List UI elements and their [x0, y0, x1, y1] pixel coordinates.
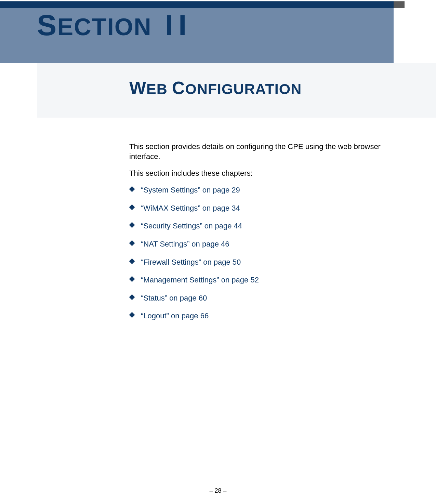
top-border-bar — [0, 1, 436, 8]
chapter-label: “System Settings” on page 29 — [141, 186, 240, 194]
chapter-label: “NAT Settings” on page 46 — [141, 240, 229, 248]
page-title-eb: EB — [146, 81, 172, 97]
chapter-link[interactable]: “Security Settings” on page 44 — [129, 221, 403, 231]
intro-paragraph: This section provides details on configu… — [129, 142, 403, 161]
diamond-icon — [129, 258, 135, 264]
chapter-label: “Security Settings” on page 44 — [141, 222, 242, 230]
chapter-link[interactable]: “Firewall Settings” on page 50 — [129, 257, 403, 267]
chapter-link[interactable]: “NAT Settings” on page 46 — [129, 239, 403, 249]
body-content: This section provides details on configu… — [129, 142, 403, 329]
page-title-onfig: ONFIGURATION — [185, 81, 302, 97]
chapter-list: “System Settings” on page 29 “WiMAX Sett… — [129, 185, 403, 321]
diamond-icon — [129, 186, 135, 192]
section-title-initial: S — [37, 9, 57, 41]
section-title-body: ECTION — [57, 14, 151, 40]
diamond-icon — [129, 312, 135, 318]
chapter-link[interactable]: “WiMAX Settings” on page 34 — [129, 203, 403, 213]
diamond-icon — [129, 240, 135, 246]
diamond-icon — [129, 204, 135, 210]
top-border-right-white — [405, 1, 436, 8]
chapter-link[interactable]: “Status” on page 60 — [129, 293, 403, 303]
page-footer: – 28 – — [0, 487, 436, 494]
section-title: SECTION II — [37, 8, 187, 42]
chapter-label: “WiMAX Settings” on page 34 — [141, 204, 240, 212]
chapter-label: “Management Settings” on page 52 — [141, 276, 259, 284]
chapter-label: “Logout” on page 66 — [141, 311, 209, 320]
diamond-icon — [129, 276, 135, 282]
top-border-notch — [394, 1, 405, 8]
chapter-label: “Status” on page 60 — [141, 294, 207, 302]
diamond-icon — [129, 222, 135, 228]
chapter-link[interactable]: “System Settings” on page 29 — [129, 185, 403, 195]
page-title-c: C — [172, 78, 185, 98]
page-title-w: W — [129, 78, 146, 98]
page-title: WEB CONFIGURATION — [129, 78, 302, 98]
chapters-intro: This section includes these chapters: — [129, 169, 403, 178]
chapter-link[interactable]: “Management Settings” on page 52 — [129, 275, 403, 285]
diamond-icon — [129, 294, 135, 300]
chapter-link[interactable]: “Logout” on page 66 — [129, 311, 403, 321]
chapter-label: “Firewall Settings” on page 50 — [141, 258, 241, 266]
section-title-num-space: I — [152, 9, 179, 41]
section-title-num: I — [179, 9, 187, 41]
